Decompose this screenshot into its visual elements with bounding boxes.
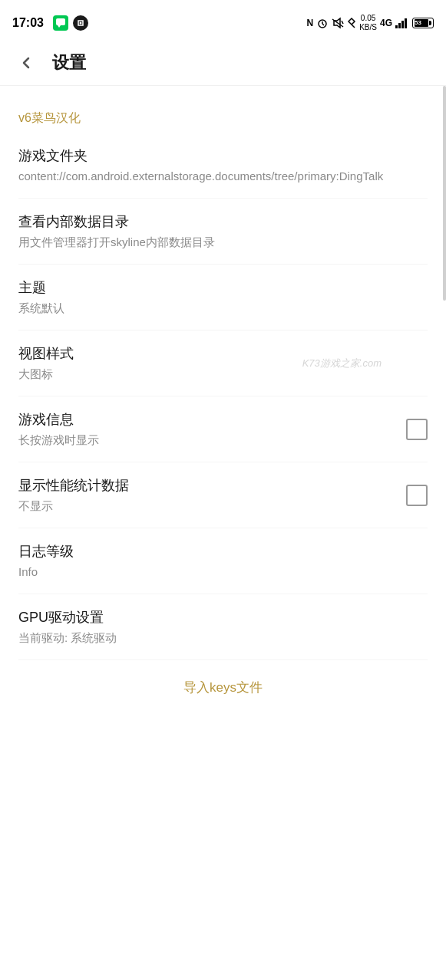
version-label: v6菜鸟汉化 — [18, 98, 428, 133]
setting-item-text: 显示性能统计数据 不显示 — [18, 476, 394, 514]
setting-item-perf-stats[interactable]: 显示性能统计数据 不显示 — [18, 462, 428, 528]
setting-title-gpu-driver: GPU驱动设置 — [18, 608, 428, 626]
status-left: 17:03 — [12, 15, 88, 31]
setting-title-game-info: 游戏信息 — [18, 410, 394, 429]
setting-item-log-level[interactable]: 日志等级 Info — [18, 528, 428, 594]
setting-item-view-style[interactable]: 视图样式 大图标 K73游戏之家.com — [18, 331, 428, 396]
back-button[interactable] — [12, 49, 40, 77]
setting-title-view-style: 视图样式 — [18, 344, 428, 363]
game-info-checkbox[interactable] — [406, 419, 428, 440]
status-bar: 17:03 N — [0, 0, 446, 40]
message-icon — [53, 15, 68, 31]
setting-subtitle-game-folder: content://com.android.externalstorage.do… — [18, 168, 428, 184]
scrollbar[interactable] — [443, 86, 446, 301]
app-icon — [73, 15, 88, 31]
status-icons-left — [53, 15, 88, 31]
nfc-icon: N — [307, 18, 314, 28]
setting-item-theme[interactable]: 主题 系统默认 — [18, 265, 428, 331]
bluetooth-icon — [347, 17, 356, 29]
setting-item-game-info[interactable]: 游戏信息 长按游戏时显示 — [18, 396, 428, 462]
setting-subtitle-internal-data: 用文件管理器打开skyline内部数据目录 — [18, 234, 428, 250]
setting-item-game-folder[interactable]: 游戏文件夹 content://com.android.externalstor… — [18, 133, 428, 199]
setting-title-internal-data: 查看内部数据目录 — [18, 212, 428, 231]
svg-rect-12 — [405, 18, 407, 28]
page-title: 设置 — [52, 51, 86, 74]
mute-icon — [332, 17, 344, 29]
battery-icon: 53 — [412, 18, 434, 28]
svg-point-2 — [79, 22, 81, 25]
perf-stats-checkbox[interactable] — [406, 485, 428, 506]
status-icons-right: N 0.05KB/S 4G — [307, 14, 434, 32]
svg-rect-10 — [398, 23, 401, 28]
import-keys-link[interactable]: 导入keys文件 — [18, 660, 428, 721]
svg-marker-1 — [58, 25, 61, 28]
battery-nub — [429, 21, 431, 25]
network-speed: 0.05KB/S — [359, 14, 377, 32]
svg-rect-9 — [395, 25, 398, 28]
toolbar: 设置 — [0, 40, 446, 86]
svg-line-5 — [322, 24, 324, 25]
svg-line-7 — [342, 21, 343, 24]
setting-subtitle-view-style: 大图标 — [18, 366, 428, 382]
signal-icon — [395, 18, 409, 28]
setting-title-theme: 主题 — [18, 278, 428, 297]
alarm-icon — [316, 17, 329, 29]
status-time: 17:03 — [12, 16, 44, 30]
setting-item-text: 查看内部数据目录 用文件管理器打开skyline内部数据目录 — [18, 212, 428, 250]
setting-item-text: 游戏信息 长按游戏时显示 — [18, 410, 394, 448]
setting-item-text: 日志等级 Info — [18, 542, 428, 580]
setting-item-text: GPU驱动设置 当前驱动: 系统驱动 — [18, 608, 428, 646]
setting-subtitle-log-level: Info — [18, 564, 428, 580]
settings-list: 游戏文件夹 content://com.android.externalstor… — [18, 133, 428, 660]
setting-title-log-level: 日志等级 — [18, 542, 428, 561]
network-type: 4G — [380, 18, 392, 28]
setting-subtitle-theme: 系统默认 — [18, 300, 428, 316]
setting-subtitle-perf-stats: 不显示 — [18, 498, 394, 514]
battery-level: 53 — [415, 19, 421, 26]
setting-subtitle-gpu-driver: 当前驱动: 系统驱动 — [18, 630, 428, 646]
setting-item-gpu-driver[interactable]: GPU驱动设置 当前驱动: 系统驱动 — [18, 594, 428, 660]
svg-rect-11 — [401, 21, 404, 28]
setting-title-game-folder: 游戏文件夹 — [18, 146, 428, 165]
svg-rect-0 — [56, 18, 65, 25]
setting-item-text: 主题 系统默认 — [18, 278, 428, 316]
setting-title-perf-stats: 显示性能统计数据 — [18, 476, 394, 495]
setting-subtitle-game-info: 长按游戏时显示 — [18, 432, 394, 448]
setting-item-text: 视图样式 大图标 — [18, 344, 428, 382]
setting-item-text: 游戏文件夹 content://com.android.externalstor… — [18, 146, 428, 184]
settings-content: v6菜鸟汉化 游戏文件夹 content://com.android.exter… — [0, 86, 446, 733]
setting-item-internal-data[interactable]: 查看内部数据目录 用文件管理器打开skyline内部数据目录 — [18, 199, 428, 265]
